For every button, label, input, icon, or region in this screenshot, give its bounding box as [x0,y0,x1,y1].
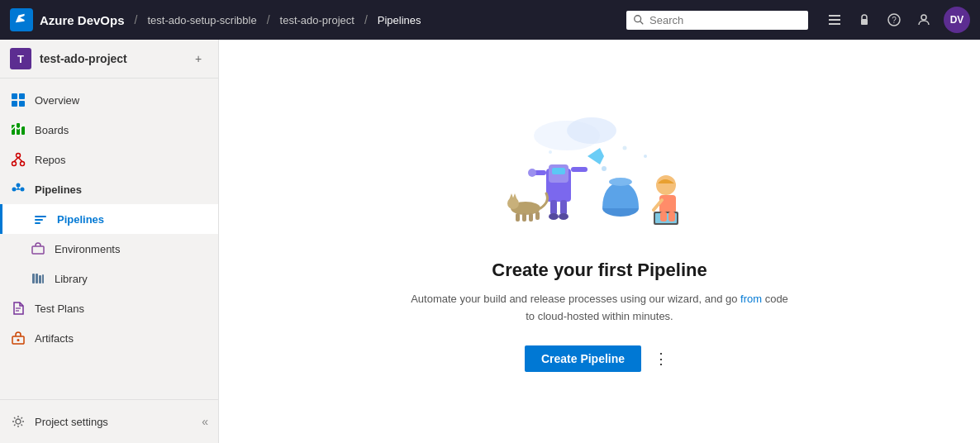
breadcrumb-org[interactable]: test-ado-setup-scribble [147,14,256,26]
sidebar-item-artifacts[interactable]: Artifacts [0,323,218,353]
svg-rect-31 [36,274,38,283]
from-link[interactable]: from [740,293,762,305]
sidebar-item-boards[interactable]: Boards [0,115,218,145]
svg-rect-2 [829,15,840,17]
pipelines-parent-label: Pipelines [35,183,82,196]
environments-icon [30,241,46,257]
sidebar-item-library[interactable]: Library [0,264,218,293]
testplans-icon [10,300,26,317]
breadcrumb-project[interactable]: test-ado-project [280,14,354,26]
add-project-button[interactable]: + [188,49,208,69]
repos-icon [10,151,26,168]
svg-rect-66 [660,212,667,222]
brand-name[interactable]: Azure DevOps [40,13,125,27]
sidebar-nav: Overview Boards [0,79,218,399]
svg-rect-9 [12,93,17,99]
svg-point-18 [21,162,25,166]
pipelines-parent-icon [10,181,26,198]
svg-rect-27 [35,219,43,221]
sidebar-item-testplans[interactable]: Test Plans [0,293,218,323]
boards-label: Boards [35,124,69,136]
topbar: Azure DevOps / test-ado-setup-scribble /… [0,0,980,40]
svg-point-38 [16,419,21,424]
svg-rect-5 [861,19,868,25]
svg-rect-30 [32,274,35,283]
svg-point-70 [622,146,626,150]
svg-rect-62 [659,195,676,213]
lock-icon[interactable] [851,7,878,33]
svg-point-0 [635,16,641,22]
sidebar-item-pipelines-parent[interactable]: Pipelines [0,174,218,204]
pipeline-illustration [484,111,716,243]
repos-label: Repos [35,154,66,166]
svg-rect-3 [829,19,840,21]
svg-point-69 [644,155,647,158]
collapse-sidebar-icon[interactable]: « [202,415,208,428]
sidebar-item-repos[interactable]: Repos [0,145,218,174]
search-wrapper [626,11,808,30]
main-layout: T test-ado-project + Overview [0,40,980,443]
svg-rect-47 [550,200,557,215]
svg-point-50 [559,213,568,220]
list-view-icon[interactable] [821,7,848,33]
svg-rect-10 [19,93,25,99]
sep1: / [135,13,138,26]
overview-icon [10,92,26,108]
svg-text:?: ? [892,16,897,25]
empty-state: Create your first Pipeline Automate your… [393,94,806,388]
main-content: Create your first Pipeline Automate your… [219,40,980,443]
svg-point-23 [21,188,25,192]
svg-rect-57 [529,213,533,222]
svg-point-8 [921,15,926,20]
svg-point-61 [656,175,676,195]
sep2: / [267,13,270,26]
artifacts-label: Artifacts [35,332,74,345]
create-pipeline-button[interactable]: Create Pipeline [525,345,641,372]
library-label: Library [55,273,88,285]
azure-devops-logo[interactable] [10,8,33,31]
svg-line-19 [14,158,18,162]
svg-point-45 [528,169,536,177]
empty-state-description: Automate your build and release processe… [410,291,790,326]
sidebar-item-pipelines[interactable]: Pipelines [0,204,218,234]
svg-rect-29 [32,246,44,254]
empty-state-actions: Create Pipeline ⋮ [525,345,674,372]
sidebar-item-overview[interactable]: Overview [0,85,218,115]
svg-rect-4 [829,23,840,25]
svg-rect-32 [39,275,41,283]
svg-point-49 [549,213,559,220]
sep3: / [364,13,368,26]
user-avatar[interactable]: DV [944,7,970,33]
sidebar-project-header: T test-ado-project + [0,40,218,79]
svg-point-40 [567,117,616,144]
svg-point-68 [602,166,607,171]
sidebar-item-environments[interactable]: Environments [0,234,218,264]
svg-rect-15 [21,126,25,135]
more-options-button[interactable]: ⋮ [648,345,674,372]
svg-line-20 [18,158,22,162]
svg-point-17 [12,162,17,166]
sidebar-item-project-settings[interactable]: Project settings « [0,407,218,436]
svg-point-37 [17,339,20,341]
svg-rect-48 [560,200,567,215]
testplans-label: Test Plans [35,302,84,315]
project-settings-icon [10,413,26,430]
user-settings-icon[interactable] [911,7,937,33]
help-icon[interactable]: ? [881,7,907,33]
svg-rect-43 [552,168,565,174]
svg-point-71 [549,150,552,154]
svg-rect-28 [35,222,40,224]
svg-marker-54 [512,193,517,200]
svg-point-22 [17,183,21,188]
project-icon: T [10,48,31,69]
svg-point-16 [17,154,21,158]
svg-rect-46 [571,167,588,172]
project-settings-label: Project settings [35,416,108,428]
svg-point-60 [609,178,632,186]
search-input[interactable] [626,11,808,30]
svg-rect-26 [35,216,46,217]
svg-line-1 [640,21,644,25]
svg-rect-58 [535,212,540,220]
sidebar-bottom: Project settings « [0,399,218,443]
environments-label: Environments [55,243,120,255]
